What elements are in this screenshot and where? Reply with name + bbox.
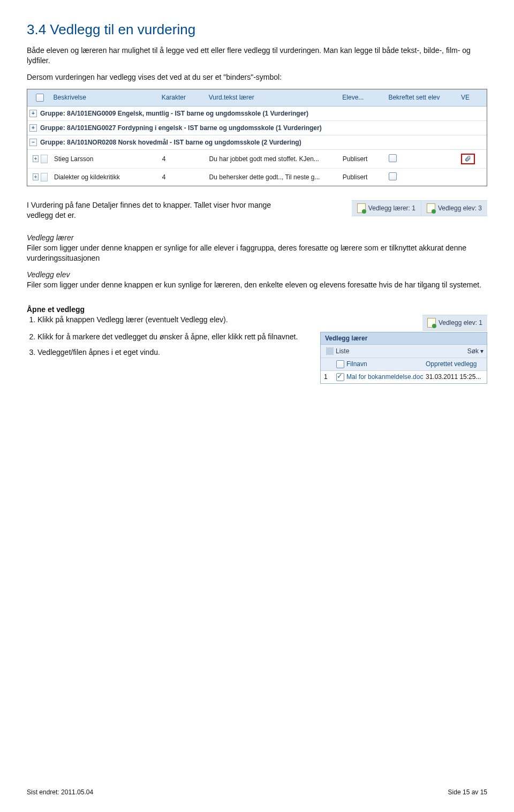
col-ve[interactable]: VE [458, 92, 485, 103]
header-checkbox[interactable] [36, 94, 44, 102]
col-bekreftet[interactable]: Bekreftet sett elev [385, 92, 458, 103]
table-row[interactable]: + Stieg Larsson 4 Du har jobbet godt med… [27, 150, 487, 169]
file-link[interactable]: Mal for bokanmeldelse.doc [346, 373, 426, 381]
row-checkbox[interactable] [389, 154, 397, 162]
pill-label: Vedlegg elev: 1 [439, 319, 482, 327]
assessment-grid: Beskrivelse Karakter Vurd.tekst lærer El… [27, 89, 487, 186]
step-item: Klikk for å markere det vedlegget du øns… [37, 332, 316, 342]
attachment-highlight [461, 154, 475, 164]
document-icon [357, 203, 366, 213]
vedlegg-elev-body: Filer som ligger under denne knappen er … [27, 280, 481, 289]
cell-elev: Publisert [339, 154, 386, 164]
step-item: Klikk på knappen Vedlegg lærer (eventuel… [37, 315, 316, 325]
cell-vurdtekst: Du har jobbet godt med stoffet. KJen... [206, 154, 339, 164]
panel-header-row: Filnavn Opprettet vedlegg [321, 358, 487, 371]
list-icon [326, 347, 334, 355]
chevron-down-icon: ▾ [480, 347, 483, 355]
footer-right: Side 15 av 15 [448, 788, 487, 796]
detail-buttons-paragraph: I Vurdering på fane Detaljer finnes det … [27, 200, 294, 221]
vedlegg-elev-button[interactable]: Vedlegg elev: 3 [421, 201, 487, 216]
group-label: Gruppe: 8A/101NOR0208 Norsk hovedmål - I… [40, 139, 301, 146]
cell-karakter: 4 [159, 172, 206, 183]
group-label: Gruppe: 8A/101ENG0027 Fordypning i engel… [40, 124, 322, 132]
group-row[interactable]: + Gruppe: 8A/101ENG0027 Fordypning i eng… [27, 121, 487, 135]
cell-vurdtekst: Du behersker dette godt.., Til neste g..… [206, 172, 339, 183]
vedlegg-panel: Vedlegg lærer Liste Søk ▾ Filnavn Oppret… [320, 332, 487, 384]
panel-col-filnavn[interactable]: Filnavn [346, 360, 426, 368]
document-icon [427, 203, 435, 213]
sok-label: Søk [467, 347, 479, 355]
open-attachment-heading: Åpne et vedlegg [27, 305, 487, 314]
cell-karakter: 4 [159, 154, 206, 164]
search-control[interactable]: Søk ▾ [467, 347, 483, 355]
vedlegg-pill-bar: Vedlegg lærer: 1 Vedlegg elev: 3 [352, 200, 487, 216]
paperclip-icon[interactable] [464, 155, 472, 163]
detail-icon[interactable] [41, 173, 48, 181]
col-elev[interactable]: Eleve... [339, 92, 385, 103]
page-footer: Sist endret: 2011.05.04 Side 15 av 15 [27, 788, 487, 796]
expand-icon[interactable]: + [33, 173, 39, 180]
cell-beskrivelse: Stieg Larsson [51, 154, 159, 164]
liste-label: Liste [336, 347, 349, 355]
vedlegg-elev-small-button[interactable]: Vedlegg elev: 1 [422, 315, 487, 331]
expand-icon[interactable]: + [29, 124, 37, 132]
pill-label: Vedlegg lærer: 1 [368, 204, 415, 212]
grid-header-row: Beskrivelse Karakter Vurd.tekst lærer El… [27, 89, 487, 107]
vedlegg-laerer-body: Filer som ligger under denne knappen er … [27, 244, 466, 262]
panel-col-opprettet[interactable]: Opprettet vedlegg [426, 360, 483, 368]
vedlegg-laerer-button[interactable]: Vedlegg lærer: 1 [352, 201, 421, 216]
group-row[interactable]: – Gruppe: 8A/101NOR0208 Norsk hovedmål -… [27, 135, 487, 150]
col-beskrivelse[interactable]: Beskrivelse [50, 92, 158, 103]
intro-paragraph-2: Dersom vurderingen har vedlegg vises det… [27, 72, 487, 82]
group-row[interactable]: + Gruppe: 8A/101ENG0009 Engelsk, muntlig… [27, 107, 487, 121]
section-heading: 3.4 Vedlegg til en vurdering [27, 21, 487, 38]
panel-row[interactable]: 1 Mal for bokanmeldelse.doc 31.03.2011 1… [321, 371, 487, 383]
row-checkbox[interactable] [389, 172, 397, 180]
document-icon [427, 318, 436, 328]
cell-elev: Publisert [339, 172, 386, 183]
liste-button[interactable]: Liste [324, 346, 351, 356]
collapse-icon[interactable]: – [29, 139, 37, 146]
footer-left: Sist endret: 2011.05.04 [27, 788, 93, 796]
expand-icon[interactable]: + [29, 110, 37, 117]
col-vurdtekst[interactable]: Vurd.tekst lærer [206, 92, 339, 103]
expand-icon[interactable]: + [33, 155, 39, 162]
file-date: 31.03.2011 15:25... [426, 373, 483, 381]
panel-toolbar: Liste Søk ▾ [321, 345, 487, 358]
group-label: Gruppe: 8A/101ENG0009 Engelsk, muntlig -… [40, 110, 308, 117]
pill-label: Vedlegg elev: 3 [438, 204, 482, 212]
vedlegg-laerer-subhead: Vedlegg lærer [27, 233, 73, 242]
table-row[interactable]: + Dialekter og kildekritikk 4 Du behersk… [27, 169, 487, 186]
col-karakter[interactable]: Karakter [158, 92, 206, 103]
step-item: Vedlegget/filen åpnes i et eget vindu. [37, 347, 316, 358]
panel-title: Vedlegg lærer [321, 332, 487, 345]
detail-icon[interactable] [41, 155, 48, 163]
row-number: 1 [324, 373, 334, 381]
cell-beskrivelse: Dialekter og kildekritikk [51, 172, 159, 183]
vedlegg-elev-subhead: Vedlegg elev [27, 270, 70, 279]
panel-row-checkbox[interactable] [336, 373, 344, 381]
panel-header-checkbox[interactable] [336, 360, 344, 368]
intro-paragraph-1: Både eleven og læreren har mulighet til … [27, 45, 487, 66]
